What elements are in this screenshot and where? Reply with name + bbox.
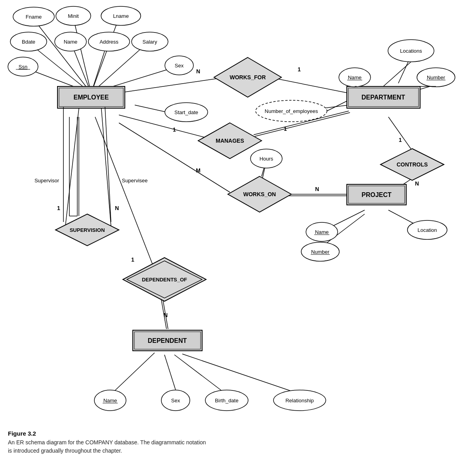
controls-n-label: N: [415, 180, 419, 187]
hours-attr: Hours: [260, 156, 273, 162]
svg-line-37: [174, 355, 224, 392]
svg-line-3: [30, 44, 91, 93]
figure-caption: Figure 3.2 An ER schema diagram for the …: [0, 426, 476, 459]
salary-attr: Salary: [143, 39, 157, 45]
proj-name-attr: Name: [315, 229, 329, 235]
emp-sex-attr: Sex: [175, 63, 184, 69]
location-attr: Location: [417, 227, 437, 233]
department-entity-label: DEPARTMENT: [361, 94, 405, 101]
figure-line1: An ER schema diagram for the COMPANY dat…: [8, 438, 468, 447]
svg-line-35: [113, 353, 155, 392]
employee-entity-label: EMPLOYEE: [74, 94, 109, 101]
svg-line-23: [388, 117, 412, 151]
relationship-attr: Relationship: [285, 398, 314, 404]
dept-number-attr: Number: [427, 75, 445, 80]
manages-1a-label: 1: [173, 126, 176, 133]
fname-attr: Fname: [26, 14, 42, 20]
ssn-attr: Ssn: [19, 64, 27, 70]
supervision-n-label: N: [115, 205, 119, 211]
svg-line-36: [164, 355, 176, 392]
num-employees-attr: Number_of_employees: [265, 108, 318, 114]
works-on-label: WORKS_ON: [243, 191, 276, 197]
dep-of-1-label: 1: [131, 256, 134, 263]
dependent-entity-label: DEPENDENT: [148, 337, 187, 344]
manages-label: MANAGES: [216, 138, 244, 144]
dept-name-attr: Name: [348, 75, 362, 80]
works-for-label: WORKS_FOR: [230, 74, 266, 80]
supervisor-label: Supervisor: [34, 178, 59, 184]
svg-line-10: [270, 77, 349, 93]
dep-of-n-label: N: [164, 312, 168, 318]
svg-line-38: [182, 354, 295, 392]
birth-date-attr: Birth_date: [215, 398, 238, 404]
svg-line-2: [91, 18, 119, 93]
svg-line-9: [117, 77, 226, 93]
supervisee-label: Supervisee: [122, 178, 147, 184]
dependents-of-label: DEPENDENTS_OF: [142, 277, 187, 283]
address-attr: Address: [99, 39, 119, 45]
works-on-m-label: M: [196, 167, 201, 174]
locations-attr: Locations: [400, 48, 422, 54]
svg-line-86: [383, 62, 411, 86]
works-on-n-label: N: [315, 186, 319, 192]
bdate-attr: Bdate: [22, 39, 35, 45]
start-date-attr: Start_date: [174, 109, 198, 115]
svg-line-89: [327, 101, 347, 111]
lname-attr: Lname: [113, 13, 129, 19]
works-for-1-label: 1: [298, 66, 301, 73]
svg-line-6: [91, 44, 147, 93]
supervision-1-label: 1: [57, 205, 60, 211]
er-diagram-container: EMPLOYEE DEPARTMENT PROJECT DEPENDENT WO…: [0, 0, 476, 428]
works-for-n-label: N: [196, 68, 200, 75]
emp-name-attr: Name: [64, 39, 78, 45]
controls-label: CONTROLS: [397, 161, 428, 168]
minit-attr: Minit: [68, 13, 79, 19]
figure-title: Figure 3.2: [8, 430, 468, 437]
supervision-label: SUPERVISION: [70, 227, 105, 233]
dep-sex-attr: Sex: [171, 398, 180, 404]
figure-line2: is introduced gradually throughout the c…: [8, 447, 468, 455]
manages-1b-label: 1: [284, 126, 287, 132]
project-entity-label: PROJECT: [361, 191, 392, 198]
proj-number-attr: Number: [311, 249, 330, 255]
dep-name-attr: Name: [103, 398, 117, 404]
controls-1-label: 1: [399, 137, 402, 143]
